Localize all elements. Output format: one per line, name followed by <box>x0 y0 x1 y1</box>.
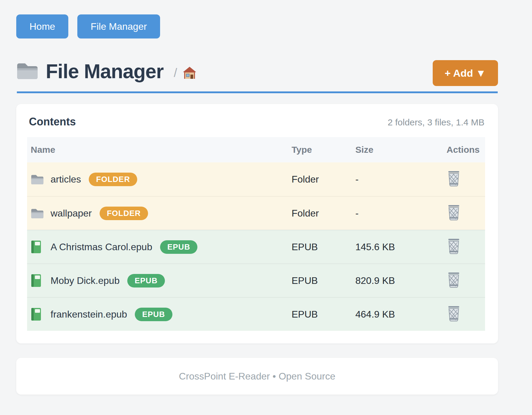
type-badge: EPUB <box>135 308 172 321</box>
item-name-link[interactable]: frankenstein.epub <box>51 309 127 320</box>
home-button[interactable]: Home <box>16 14 68 38</box>
item-name-link[interactable]: A Christmas Carol.epub <box>51 241 152 253</box>
add-button[interactable]: + Add ▼ <box>433 60 498 86</box>
trash-icon <box>447 171 461 187</box>
item-type: Folder <box>292 174 355 185</box>
item-type: EPUB <box>292 309 355 320</box>
delete-button[interactable] <box>447 306 462 322</box>
table-row: A Christmas Carol.epub EPUB EPUB 145.6 K… <box>27 230 485 263</box>
item-name-link[interactable]: Moby Dick.epub <box>51 275 119 286</box>
table-row: wallpaper FOLDER Folder - <box>27 196 485 230</box>
item-size: - <box>355 208 442 219</box>
folder-icon <box>16 62 39 81</box>
contents-card-header: Contents 2 folders, 3 files, 1.4 MB <box>27 115 485 128</box>
item-name-link[interactable]: wallpaper <box>51 208 92 219</box>
trash-icon <box>447 238 461 254</box>
folder-icon <box>31 173 44 185</box>
type-badge: FOLDER <box>89 173 137 186</box>
contents-title: Contents <box>29 115 76 128</box>
delete-button[interactable] <box>447 238 462 255</box>
contents-card: Contents 2 folders, 3 files, 1.4 MB Name… <box>16 104 498 343</box>
table-row: articles FOLDER Folder - <box>27 162 485 196</box>
column-header-name: Name <box>27 145 292 155</box>
title-divider <box>17 91 498 93</box>
item-type: EPUB <box>292 275 355 286</box>
page: Home File Manager File Manager / + Add ▼… <box>16 0 498 395</box>
item-name-link[interactable]: articles <box>51 174 81 185</box>
book-icon <box>31 275 44 287</box>
file-manager-button[interactable]: File Manager <box>77 14 160 38</box>
item-type: Folder <box>292 208 355 219</box>
column-header-type: Type <box>292 145 355 155</box>
breadcrumb-separator: / <box>174 66 177 80</box>
item-size: 820.9 KB <box>355 275 442 286</box>
type-badge: EPUB <box>160 240 197 254</box>
table-row: Moby Dick.epub EPUB EPUB 820.9 KB <box>27 263 485 297</box>
page-header: File Manager / + Add ▼ <box>16 61 498 81</box>
footer-text: CrossPoint E-Reader • Open Source <box>179 371 336 382</box>
table-body: articles FOLDER Folder - wallpaper FOLDE… <box>27 162 485 331</box>
book-icon <box>31 308 44 320</box>
item-size: 145.6 KB <box>355 241 442 253</box>
item-type: EPUB <box>292 241 355 253</box>
item-size: - <box>355 174 442 185</box>
top-nav: Home File Manager <box>16 14 498 38</box>
delete-button[interactable] <box>447 204 462 221</box>
trash-icon <box>447 272 461 288</box>
trash-icon <box>447 306 461 322</box>
type-badge: EPUB <box>127 274 165 287</box>
type-badge: FOLDER <box>100 207 148 220</box>
book-icon <box>31 241 44 253</box>
footer-card: CrossPoint E-Reader • Open Source <box>16 358 498 395</box>
delete-button[interactable] <box>447 272 462 289</box>
delete-button[interactable] <box>447 171 462 187</box>
column-header-actions: Actions <box>442 145 485 155</box>
contents-summary: 2 folders, 3 files, 1.4 MB <box>388 117 484 128</box>
trash-icon <box>447 204 461 221</box>
table-header-row: Name Type Size Actions <box>27 137 485 162</box>
item-size: 464.9 KB <box>355 309 442 320</box>
breadcrumb-home-icon[interactable] <box>183 66 196 80</box>
page-title: File Manager <box>46 61 163 81</box>
file-table: Name Type Size Actions articles FOLDER F… <box>27 137 485 331</box>
column-header-size: Size <box>355 145 442 155</box>
folder-icon <box>31 207 44 219</box>
table-row: frankenstein.epub EPUB EPUB 464.9 KB <box>27 297 485 331</box>
